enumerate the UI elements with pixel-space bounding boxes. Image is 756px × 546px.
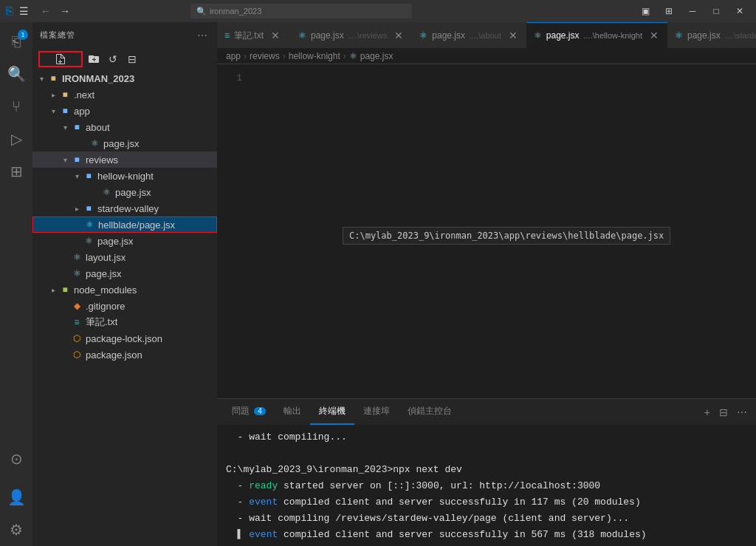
term-ready: ready [249,480,278,491]
panel-tab-ports[interactable]: 連接埠 [354,399,399,425]
tree-about[interactable]: ▾ ■ about [32,119,217,135]
breadcrumb-app[interactable]: app [226,51,241,61]
layout-icon[interactable]: ⊞ [659,4,679,18]
panel-tab-output[interactable]: 輸出 [275,399,310,425]
tree-reviews[interactable]: ▾ ■ reviews [32,151,217,168]
activity-run-debug[interactable]: ▷ [0,123,32,155]
vscode-icon: ⎘ [6,4,13,18]
pkg-label: package.json [86,349,142,361]
new-folder-button[interactable] [86,51,102,67]
panel-problems-label: 問題 [232,405,250,417]
tab-reviews-close[interactable]: ✕ [393,28,405,43]
activity-search[interactable]: 🔍 [0,58,32,90]
tree-root[interactable]: ▾ ■ IRONMAN_2023 [32,70,217,86]
tree-hellblade-page[interactable]: ▸ ⚛ hellblade/page.jsx [32,216,217,233]
nav-back-button[interactable]: ← [38,4,54,18]
sidebar-toolbar: ↺ ⊟ [32,48,217,70]
panel-tab-debug[interactable]: 偵錯主控台 [399,399,461,425]
tab-notes-icon: ≡ [224,30,230,41]
editor-content[interactable]: 1 C:\mylab_2023_9\ironman_2023\app\revie… [217,64,756,398]
tab-hk-close[interactable]: ✕ [648,28,660,43]
tab-about-close[interactable]: ✕ [507,28,519,43]
nav-forward-button[interactable]: → [57,4,73,18]
next-label: .next [74,89,94,100]
next-chevron: ▸ [47,91,59,99]
tab-reviews-page[interactable]: ⚛ page.jsx ....\reviews ✕ [291,22,412,48]
sep3: › [343,51,346,61]
tree-notes[interactable]: ▸ ≡ 筆記.txt [32,314,217,330]
sidebar-toggle-icon[interactable]: ▣ [635,4,656,18]
app-chevron: ▾ [47,107,59,115]
panel-tab-problems[interactable]: 問題 4 [223,399,275,425]
tree-about-page[interactable]: ▸ ⚛ page.jsx [32,135,217,151]
tree-node-modules[interactable]: ▸ ■ node_modules [32,281,217,298]
tooltip-text: C:\mylab_2023_9\ironman_2023\app\reviews… [349,231,664,241]
activity-files[interactable]: ⎗ 1 [0,25,32,58]
reviews-page-label: page.jsx [97,236,133,247]
sep1: › [244,51,247,61]
pkg-lock-label: package-lock.json [86,333,162,344]
new-file-button[interactable] [38,51,83,67]
tree-next[interactable]: ▸ ■ .next [32,86,217,103]
activity-extensions[interactable]: ⊞ [0,155,32,188]
maximize-button[interactable]: □ [706,4,726,18]
notes-label: 筆記.txt [86,315,117,329]
breadcrumb-reviews[interactable]: reviews [250,51,280,61]
tree-hellow-knight[interactable]: ▾ ■ hellow-knight [32,168,217,184]
tree-stardew[interactable]: ▸ ■ stardew-valley [32,200,217,216]
sidebar: 檔案總管 ⋯ ↺ ⊟ [32,22,217,546]
term-event1-text: compiled client and server successfully … [284,496,641,508]
tree-hk-page[interactable]: ▸ ⚛ page.jsx [32,184,217,200]
search-icon: 🔍 [196,7,207,16]
root-folder-icon: ■ [47,72,59,84]
breadcrumb-file[interactable]: page.jsx [360,51,394,61]
term-ready-text: started server on [::]:3000, url: http:/… [284,480,600,491]
tab-notes[interactable]: ≡ 筆記.txt ✕ [217,22,291,48]
tab-stardew-label: page.jsx [687,30,721,41]
tree-reviews-page[interactable]: ▸ ⚛ page.jsx [32,233,217,249]
activity-settings[interactable]: ⚙ [0,513,32,546]
tree-layout[interactable]: ▸ ⚛ layout.jsx [32,249,217,265]
file-tree: ▾ ■ IRONMAN_2023 ▸ ■ .next ▾ ■ app ▾ ■ a… [32,70,217,546]
activity-source-control[interactable]: ⑂ [0,90,32,123]
term-cursor: ▌ [238,529,244,540]
panel-add-button[interactable]: + [701,405,713,420]
term-event2: event [249,529,278,540]
tree-package[interactable]: ▸ ⬡ package.json [32,347,217,363]
term-event1: event [249,496,278,508]
panel-split-button[interactable]: ⊟ [716,405,731,420]
hk-chevron: ▾ [71,172,83,180]
tree-app-page[interactable]: ▸ ⚛ page.jsx [32,265,217,281]
nm-label: node_modules [74,284,137,296]
close-button[interactable]: ✕ [729,4,750,18]
line-number-1: 1 [217,72,254,83]
panel-actions: + ⊟ ⋯ [701,405,750,420]
activity-accounts[interactable]: 👤 [0,481,32,513]
search-bar[interactable]: 🔍 ironman_2023 [190,4,412,18]
about-page-label: page.jsx [103,138,139,149]
term-line-2 [226,446,747,462]
tab-hk-page[interactable]: ⚛ page.jsx ....\hellow-knight ✕ [526,22,667,48]
accounts-icon: 👤 [7,488,26,506]
tab-notes-close[interactable]: ✕ [269,28,281,43]
refresh-button[interactable]: ↺ [105,51,121,67]
term-event2-text: compiled client and server successfully … [284,529,646,540]
tab-about-page[interactable]: ⚛ page.jsx ....\about ✕ [412,22,526,48]
about-folder-icon: ■ [71,121,83,133]
tree-gitignore[interactable]: ▸ ◆ .gitignore [32,298,217,314]
breadcrumb-hk[interactable]: hellow-knight [289,51,340,61]
minimize-button[interactable]: ─ [682,4,703,18]
tab-stardew-page[interactable]: ⚛ page.jsx ....\stardew-va... [667,22,756,48]
panel-tab-terminal[interactable]: 終端機 [310,399,354,425]
tree-package-lock[interactable]: ▸ ⬡ package-lock.json [32,330,217,347]
collapse-button[interactable]: ⊟ [124,51,140,67]
sidebar-more-button[interactable]: ⋯ [196,28,210,43]
editor-line-1: 1 [217,70,756,86]
hk-label: hellow-knight [97,171,154,182]
reviews-folder-icon: ■ [71,154,83,165]
activity-remote[interactable]: ⊙ [0,443,32,475]
tree-app[interactable]: ▾ ■ app [32,103,217,119]
tab-reviews-sublabel: ....\reviews [348,31,388,40]
menu-icon[interactable]: ☰ [19,5,29,17]
panel-more-button[interactable]: ⋯ [734,405,750,420]
